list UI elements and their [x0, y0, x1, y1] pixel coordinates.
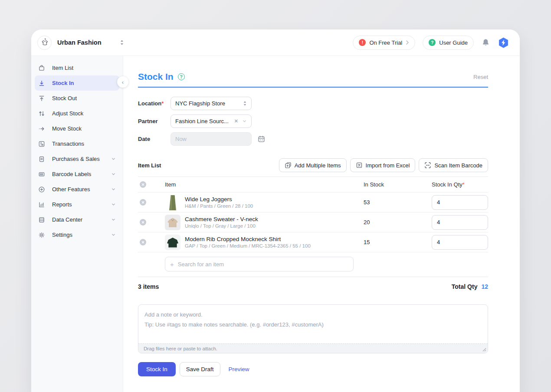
document-icon: [38, 156, 45, 163]
sidebar-item-adjust-stock[interactable]: Adjust Stock: [35, 106, 119, 121]
sidebar-item-label: Stock Out: [52, 95, 77, 101]
sidebar-item-settings[interactable]: Settings: [35, 227, 119, 242]
stock-in-submit-button[interactable]: Stock In: [138, 362, 176, 376]
workspace-logo-icon: [37, 36, 52, 50]
column-item: Item: [165, 181, 364, 188]
chevron-down-icon: [111, 217, 116, 222]
remove-item-icon[interactable]: ✕: [140, 239, 146, 245]
item-name: Modern Rib Cropped Mockneck Shirt: [185, 236, 311, 242]
remove-item-icon[interactable]: ✕: [140, 219, 146, 225]
sidebar-item-label: Move Stock: [52, 125, 82, 132]
trial-badge[interactable]: ! On Free Trial: [353, 36, 415, 50]
import-from-excel-button[interactable]: Import from Excel: [350, 158, 416, 172]
stock-in-qty-input[interactable]: [432, 195, 488, 210]
scan-item-barcode-button[interactable]: Scan Item Barcode: [419, 158, 488, 172]
location-value: NYC Flagship Store: [175, 100, 225, 107]
date-input[interactable]: Now: [171, 132, 252, 146]
workspace-name: Urban Fashion: [57, 39, 102, 46]
bar-chart-icon: [38, 201, 45, 208]
question-icon: ?: [429, 39, 436, 46]
add-multiple-items-button[interactable]: Add Multiple Items: [279, 158, 347, 172]
partner-select[interactable]: Fashion Line Sourc... ✕: [171, 114, 252, 128]
location-label: Location*: [138, 100, 171, 107]
plus-icon: +: [170, 261, 174, 268]
in-stock-value: 20: [364, 219, 432, 225]
sidebar-item-stock-in[interactable]: Stock In: [35, 75, 119, 91]
scan-item-barcode-label: Scan Item Barcode: [434, 162, 482, 169]
attach-dropzone[interactable]: Drag files here or paste to attach.: [138, 343, 488, 353]
item-attributes: GAP / Top / Green / Medium / MRC-1354-23…: [185, 243, 311, 248]
stock-out-icon: [38, 95, 45, 102]
workspace-selector-icon[interactable]: [120, 39, 124, 46]
transactions-icon: [38, 140, 45, 147]
partner-value: Fashion Line Sourc...: [175, 118, 229, 124]
item-search-input[interactable]: + Search for an item: [165, 257, 354, 271]
item-attributes: Uniqlo / Top / Gray / Large / 100: [185, 223, 258, 229]
adjust-stock-icon: [38, 110, 45, 117]
stock-in-qty-input[interactable]: [432, 215, 488, 230]
sidebar-item-label: Stock In: [52, 80, 74, 86]
sidebar-item-other-features[interactable]: Other Features: [35, 182, 119, 197]
sidebar-item-stock-out[interactable]: Stock Out: [35, 91, 119, 106]
sidebar-item-label: Settings: [52, 232, 72, 238]
sidebar-item-reports[interactable]: Reports: [35, 197, 119, 212]
move-stock-icon: [38, 125, 45, 132]
date-row: Date Now: [138, 132, 488, 146]
stock-in-qty-input[interactable]: [432, 235, 488, 250]
import-from-excel-label: Import from Excel: [366, 162, 410, 169]
trial-badge-label: On Free Trial: [369, 39, 402, 46]
reset-button[interactable]: Reset: [473, 74, 488, 80]
sidebar-collapse-button[interactable]: ‹: [117, 76, 128, 88]
items-count: 3 items: [138, 283, 159, 290]
save-draft-button[interactable]: Save Draft: [180, 362, 220, 376]
notifications-bell-icon[interactable]: [481, 38, 490, 47]
sidebar-item-item-list[interactable]: Item List: [35, 60, 119, 75]
sidebar-item-barcode-labels[interactable]: Barcode Labels: [35, 167, 119, 182]
top-bar: Urban Fashion ! On Free Trial ? User Gui…: [31, 29, 520, 56]
help-icon[interactable]: ?: [178, 73, 185, 80]
item-table: ✕ Item In Stock Stock In Qty* ✕ Wide Leg…: [138, 177, 488, 271]
barcode-icon: [38, 171, 45, 178]
table-row: ✕ Cashmere Sweater - V-neck Uniqlo / Top…: [138, 212, 488, 232]
top-bar-right: ! On Free Trial ? User Guide: [353, 36, 509, 50]
column-stock-in-qty: Stock In Qty*: [432, 181, 488, 188]
barcode-scan-icon: [424, 162, 431, 169]
sidebar-item-move-stock[interactable]: Move Stock: [35, 121, 119, 136]
note-input[interactable]: Add a note or keyword. Tip: Use #tags to…: [138, 304, 488, 353]
clear-partner-icon[interactable]: ✕: [234, 118, 238, 124]
add-multiple-items-icon: [285, 162, 292, 169]
main-content: Stock In ? Reset Location* NYC Flagship …: [123, 56, 520, 392]
actions-row: Stock In Save Draft Preview: [138, 362, 488, 376]
workspace-switcher[interactable]: Urban Fashion: [37, 36, 124, 50]
plus-circle-icon: [38, 186, 45, 193]
chevron-down-icon: [111, 232, 116, 237]
sidebar-item-label: Item List: [52, 65, 73, 71]
location-row: Location* NYC Flagship Store: [138, 97, 488, 110]
sidebar-item-transactions[interactable]: Transactions: [35, 136, 119, 151]
total-qty-label: Total Qty: [452, 283, 478, 290]
preview-button[interactable]: Preview: [227, 362, 251, 376]
date-placeholder: Now: [175, 136, 187, 142]
location-select[interactable]: NYC Flagship Store: [171, 97, 252, 110]
item-thumbnail: [165, 235, 180, 250]
partner-row: Partner Fashion Line Sourc... ✕: [138, 114, 488, 128]
partner-label: Partner: [138, 118, 171, 124]
item-thumbnail: [165, 195, 180, 210]
stock-in-form: Location* NYC Flagship Store Partner Fas…: [138, 97, 488, 146]
remove-item-icon[interactable]: ✕: [140, 199, 146, 206]
item-list-label: Item List: [138, 162, 161, 169]
app-body: ‹ Item List Stock In Stock Out Adjust St…: [31, 56, 520, 392]
item-table-header: ✕ Item In Stock Stock In Qty*: [138, 177, 488, 193]
remove-all-icon[interactable]: ✕: [140, 181, 146, 188]
upgrade-bolt-icon[interactable]: [498, 37, 509, 49]
user-guide-button[interactable]: ? User Guide: [423, 36, 474, 50]
attach-hint: Drag files here or paste to attach.: [144, 346, 217, 351]
required-mark: *: [161, 100, 164, 107]
sidebar-item-data-center[interactable]: Data Center: [35, 212, 119, 227]
sidebar-item-purchases-sales[interactable]: Purchases & Sales: [35, 151, 119, 167]
chevron-down-icon: [111, 157, 116, 161]
resize-handle-icon[interactable]: [482, 348, 486, 352]
calendar-icon[interactable]: [258, 135, 265, 143]
item-name: Cashmere Sweater - V-neck: [185, 216, 258, 222]
chevron-down-icon: [111, 172, 116, 176]
